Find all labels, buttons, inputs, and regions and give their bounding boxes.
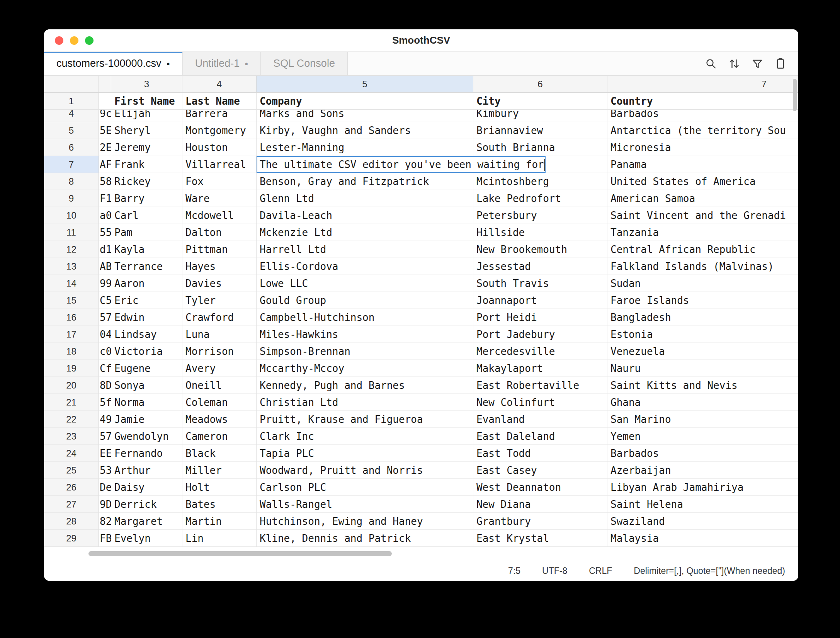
filter-icon[interactable] — [749, 55, 766, 72]
row-number[interactable]: 28 — [44, 513, 99, 529]
cell-city[interactable]: Lake Pedrofort — [473, 190, 607, 207]
cell-customer-id-fragment[interactable]: d1 — [99, 241, 111, 258]
cell-city[interactable]: Port Heidi — [473, 309, 607, 326]
cell-country[interactable]: Sudan — [607, 275, 798, 292]
row-number[interactable]: 25 — [44, 462, 99, 478]
cell-customer-id-fragment[interactable]: 99 — [99, 275, 111, 292]
cell-company[interactable]: Hutchinson, Ewing and Haney — [257, 513, 473, 529]
cell-customer-id-fragment[interactable]: De — [99, 479, 111, 495]
cell-company[interactable]: Clark Inc — [257, 428, 473, 445]
clipboard-icon[interactable] — [772, 55, 789, 72]
cell-customer-id-fragment[interactable]: 58 — [99, 173, 111, 190]
cell-company[interactable]: Gould Group — [257, 292, 473, 309]
cell-customer-id-fragment[interactable]: 57 — [99, 309, 111, 326]
cell-country[interactable]: Antarctica (the territory Sou — [607, 122, 798, 139]
row-number[interactable]: 27 — [44, 496, 99, 512]
cell-first-name[interactable]: Sheryl — [111, 122, 182, 139]
cell-customer-id-fragment[interactable]: 49 — [99, 411, 111, 428]
row-number[interactable]: 16 — [44, 309, 99, 326]
cell-city[interactable]: Makaylaport — [473, 360, 607, 377]
cell-last-name[interactable]: Montgomery — [182, 122, 257, 139]
cell-customer-id-fragment[interactable]: 04 — [99, 326, 111, 343]
cell-country[interactable]: Falkland Islands (Malvinas) — [607, 258, 798, 275]
cell-company[interactable]: Walls-Rangel — [257, 496, 473, 512]
cell-first-name[interactable]: Jeremy — [111, 139, 182, 156]
cell-country[interactable]: Central African Republic — [607, 241, 798, 258]
cell-country[interactable]: Venezuela — [607, 343, 798, 360]
cell-company[interactable]: Miles-Hawkins — [257, 326, 473, 343]
cell-last-name[interactable]: Davies — [182, 275, 257, 292]
cell-last-name[interactable]: Holt — [182, 479, 257, 495]
cell-city[interactable]: Grantbury — [473, 513, 607, 529]
cell-company[interactable]: Pruitt, Krause and Figueroa — [257, 411, 473, 428]
cell-customer-id-fragment[interactable]: a0 — [99, 207, 111, 224]
row-number[interactable]: 11 — [44, 224, 99, 241]
cell-customer-id-fragment[interactable]: F1 — [99, 190, 111, 207]
cell-company[interactable]: Glenn Ltd — [257, 190, 473, 207]
cell-customer-id-fragment[interactable]: 82 — [99, 513, 111, 529]
cell-last-name[interactable]: Tyler — [182, 292, 257, 309]
cell-company[interactable]: Davila-Leach — [257, 207, 473, 224]
cell-last-name[interactable]: Martin — [182, 513, 257, 529]
column-header-6[interactable]: 6 — [473, 76, 607, 92]
row-number[interactable]: 13 — [44, 258, 99, 275]
row-number[interactable]: 10 — [44, 207, 99, 224]
cell-city[interactable]: Evanland — [473, 411, 607, 428]
cell-customer-id-fragment[interactable]: 2E — [99, 139, 111, 156]
cell-first-name[interactable]: Eugene — [111, 360, 182, 377]
cell-city-header[interactable]: City — [473, 93, 607, 109]
cell-last-name[interactable]: Houston — [182, 139, 257, 156]
cell-company[interactable]: Lowe LLC — [257, 275, 473, 292]
cell-customer-id-fragment[interactable]: AB — [99, 258, 111, 275]
cell-first-name[interactable]: Elijah — [111, 110, 182, 122]
cell-country[interactable]: Saint Vincent and the Grenadi — [607, 207, 798, 224]
cell-first-name[interactable]: Carl — [111, 207, 182, 224]
cell-first-name[interactable]: Norma — [111, 394, 182, 411]
cell-first-name[interactable]: Aaron — [111, 275, 182, 292]
cell-first-name[interactable]: Daisy — [111, 479, 182, 495]
cell-company[interactable]: Lester-Manning — [257, 139, 473, 156]
cell-last-name[interactable]: Meadows — [182, 411, 257, 428]
cell-country[interactable]: Malaysia — [607, 530, 798, 546]
cell-company[interactable]: Simpson-Brennan — [257, 343, 473, 360]
cell-first-name[interactable]: Kayla — [111, 241, 182, 258]
cell-last-name[interactable]: Cameron — [182, 428, 257, 445]
cell-customer-id-fragment[interactable]: 8D — [99, 377, 111, 394]
cell-last-name[interactable]: Lin — [182, 530, 257, 546]
cell-city[interactable]: New Brookemouth — [473, 241, 607, 258]
cell-country[interactable]: Ghana — [607, 394, 798, 411]
cell-last-name[interactable]: Pittman — [182, 241, 257, 258]
cell-city[interactable]: New Diana — [473, 496, 607, 512]
cell-last-name[interactable]: Avery — [182, 360, 257, 377]
cell-company[interactable]: Marks and Sons — [257, 110, 473, 122]
cell-company[interactable]: Tapia PLC — [257, 445, 473, 462]
cell-first-name[interactable]: Terrance — [111, 258, 182, 275]
cell-city[interactable]: East Casey — [473, 462, 607, 478]
cell-company[interactable]: Benson, Gray and Fitzpatrick — [257, 173, 473, 190]
cell-first-name[interactable]: Jamie — [111, 411, 182, 428]
cell-last-name[interactable]: Coleman — [182, 394, 257, 411]
cell-company[interactable]: Woodward, Pruitt and Norris — [257, 462, 473, 478]
row-number[interactable]: 6 — [44, 139, 99, 156]
cell-country[interactable]: Micronesia — [607, 139, 798, 156]
row-number[interactable]: 5 — [44, 122, 99, 139]
cell-country[interactable]: Swaziland — [607, 513, 798, 529]
cell-last-name[interactable]: Barrera — [182, 110, 257, 122]
cell-country[interactable]: Yemen — [607, 428, 798, 445]
sort-icon[interactable] — [726, 55, 743, 72]
cell-customer-id-fragment[interactable]: 5E — [99, 122, 111, 139]
cell-country[interactable]: Estonia — [607, 326, 798, 343]
cell-customer-id-fragment[interactable]: AF — [99, 156, 111, 173]
cell-last-name[interactable]: Hayes — [182, 258, 257, 275]
cell-country-header[interactable]: Country — [607, 93, 798, 109]
encoding-indicator[interactable]: UTF-8 — [542, 566, 567, 576]
cell-last-name[interactable]: Oneill — [182, 377, 257, 394]
cell-city[interactable]: East Krystal — [473, 530, 607, 546]
corner-cell[interactable] — [44, 76, 99, 92]
cell-last-name-header[interactable]: Last Name — [182, 93, 257, 109]
row-number[interactable]: 22 — [44, 411, 99, 428]
cell-last-name[interactable]: Villarreal — [182, 156, 257, 173]
cell-customer-id-fragment[interactable]: FB — [99, 530, 111, 546]
cell-country[interactable]: Barbados — [607, 445, 798, 462]
row-number[interactable]: 19 — [44, 360, 99, 377]
